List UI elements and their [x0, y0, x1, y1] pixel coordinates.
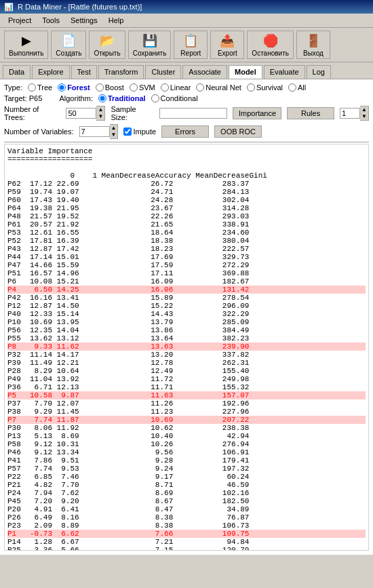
tab-data[interactable]: Data [3, 65, 31, 79]
trees-row: Number of Trees: ▲ ▼ Sample Size: Import… [4, 105, 369, 121]
num-vars-down-arrow[interactable]: ▼ [110, 132, 118, 138]
exit-icon: 🚪 [306, 33, 321, 48]
num-trees-label: Number of Trees: [4, 105, 60, 121]
target-label: Target: P65 [4, 94, 42, 102]
export-button[interactable]: 📤 Export [210, 31, 244, 59]
oob-roc-button[interactable]: OOB ROC [214, 125, 262, 138]
type-boost-radio[interactable] [96, 83, 104, 92]
type-tree-option[interactable]: Tree [28, 83, 52, 92]
num-trees-down-arrow[interactable]: ▼ [96, 113, 104, 120]
algorithm-label: Algorithm: [59, 94, 93, 102]
tab-evaluate[interactable]: Evaluate [264, 65, 305, 79]
type-forest-option[interactable]: Forest [58, 83, 90, 92]
report-icon: 📋 [183, 33, 198, 48]
open-button[interactable]: 📂 Открыть [89, 31, 125, 59]
type-neuralnet-option[interactable]: Neural Net [196, 83, 241, 92]
type-tree-radio[interactable] [28, 83, 36, 92]
tab-cluster[interactable]: Cluster [145, 65, 181, 79]
type-forest-radio[interactable] [58, 83, 66, 92]
type-survival-option[interactable]: Survival [247, 83, 283, 92]
execute-icon: ▶ [22, 33, 31, 48]
sample-size-label: Sample Size: [111, 105, 154, 121]
type-svm-radio[interactable] [130, 83, 138, 92]
num-vars-up-arrow[interactable]: ▲ [110, 125, 118, 132]
algo-conditional-option[interactable]: Conditional [151, 94, 198, 102]
stop-icon: 🛑 [263, 33, 278, 48]
target-algo-row: Target: P65 Algorithm: Traditional Condi… [4, 94, 369, 102]
title-bar-text: R Data Miner - [Rattle (futures up.txt)] [18, 3, 142, 11]
menu-settings[interactable]: Settings [65, 15, 103, 26]
main-content: Type: Tree Forest Boost SVM Linear Neura… [0, 79, 373, 555]
rules-button[interactable]: Rules [287, 107, 334, 119]
tab-explore[interactable]: Explore [32, 65, 69, 79]
type-label: Type: [4, 83, 22, 92]
sample-size-input[interactable] [159, 108, 227, 119]
num-vars-label: Number of Variables: [4, 128, 74, 136]
tab-test[interactable]: Test [71, 65, 97, 79]
execute-button[interactable]: ▶ Выполнить [4, 31, 48, 59]
vars-row: Number of Variables: ▲ ▼ Impute Errors O… [4, 124, 369, 139]
tab-log[interactable]: Log [307, 65, 331, 79]
save-button[interactable]: 💾 Сохранить [128, 31, 172, 59]
divider [4, 142, 369, 142]
type-linear-radio[interactable] [161, 83, 169, 92]
save-icon: 💾 [142, 33, 157, 48]
output-area[interactable]: Variable Importance =================== … [4, 144, 369, 551]
title-bar-icon: 📊 [4, 3, 14, 12]
num-trees-up-arrow[interactable]: ▲ [96, 106, 104, 113]
type-linear-option[interactable]: Linear [161, 83, 191, 92]
title-bar: 📊 R Data Miner - [Rattle (futures up.txt… [0, 0, 373, 14]
tab-model[interactable]: Model [229, 65, 262, 79]
report-button[interactable]: 📋 Report [174, 31, 208, 59]
tab-associate[interactable]: Associate [182, 65, 227, 79]
export-icon: 📤 [220, 33, 235, 48]
type-all-option[interactable]: All [288, 83, 306, 92]
menu-project[interactable]: Project [3, 15, 37, 26]
tab-transform[interactable]: Transform [98, 65, 144, 79]
type-survival-radio[interactable] [247, 83, 255, 92]
rules-up-arrow[interactable]: ▲ [360, 106, 368, 113]
menu-tools[interactable]: Tools [37, 15, 65, 26]
impute-checkbox[interactable] [123, 128, 132, 136]
impute-checkbox-label[interactable]: Impute [123, 128, 156, 136]
type-boost-option[interactable]: Boost [96, 83, 124, 92]
num-trees-spinner: ▲ ▼ [66, 106, 105, 121]
type-svm-option[interactable]: SVM [130, 83, 155, 92]
create-icon: 📄 [61, 33, 76, 48]
stop-button[interactable]: 🛑 Остановить [247, 31, 294, 59]
algo-conditional-radio[interactable] [151, 94, 159, 102]
type-row: Type: Tree Forest Boost SVM Linear Neura… [4, 83, 369, 92]
rules-value-input[interactable] [340, 108, 360, 119]
num-vars-spinner: ▲ ▼ [79, 124, 119, 139]
menu-help[interactable]: Help [103, 15, 130, 26]
tabs-row: Data Explore Test Transform Cluster Asso… [0, 62, 373, 79]
algo-traditional-option[interactable]: Traditional [98, 94, 146, 102]
type-neuralnet-radio[interactable] [196, 83, 204, 92]
num-vars-input[interactable] [79, 126, 110, 137]
exit-button[interactable]: 🚪 Выход [296, 31, 330, 59]
errors-button[interactable]: Errors [161, 125, 209, 138]
toolbar: ▶ Выполнить 📄 Создать 📂 Открыть 💾 Сохран… [0, 28, 373, 62]
type-all-radio[interactable] [288, 83, 296, 92]
menu-bar: Project Tools Settings Help [0, 14, 373, 28]
algo-traditional-radio[interactable] [98, 94, 106, 102]
num-trees-input[interactable] [66, 108, 96, 119]
rules-value-spinner: ▲ ▼ [340, 106, 369, 121]
open-icon: 📂 [100, 33, 115, 48]
importance-button[interactable]: Importance [233, 107, 281, 119]
rules-down-arrow[interactable]: ▼ [360, 113, 368, 120]
create-button[interactable]: 📄 Создать [51, 31, 86, 59]
